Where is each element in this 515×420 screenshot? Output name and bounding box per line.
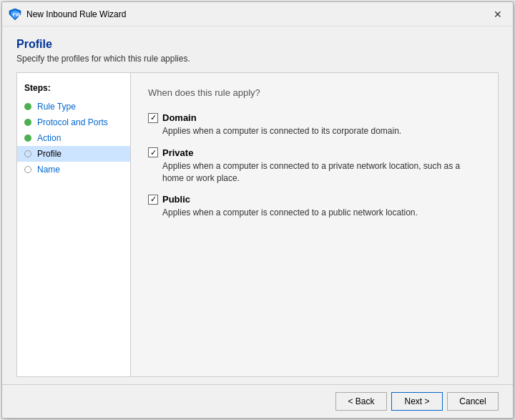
step-label-action: Action	[37, 133, 61, 143]
profile-option-private: PrivateApplies when a computer is connec…	[148, 147, 481, 185]
step-label-name: Name	[37, 165, 60, 175]
step-item-protocol-ports[interactable]: Protocol and Ports	[17, 114, 130, 130]
footer: < Back Next > Cancel	[2, 384, 513, 418]
checkbox-label-public: Public	[162, 194, 190, 205]
cancel-button[interactable]: Cancel	[447, 392, 499, 411]
step-dot-rule-type	[24, 103, 31, 110]
page-subtitle: Specify the profiles for which this rule…	[16, 54, 499, 64]
step-label-profile: Profile	[37, 149, 62, 159]
step-dot-profile	[24, 150, 31, 157]
main-body: Steps: Rule TypeProtocol and PortsAction…	[16, 72, 499, 377]
step-label-rule-type: Rule Type	[37, 102, 76, 112]
page-title: Profile	[16, 38, 499, 51]
checkbox-desc-public: Applies when a computer is connected to …	[148, 207, 481, 219]
checkbox-label-domain: Domain	[162, 112, 197, 123]
step-item-action[interactable]: Action	[17, 130, 130, 146]
checkbox-desc-domain: Applies when a computer is connected to …	[148, 125, 481, 137]
checkbox-private[interactable]	[148, 147, 158, 157]
title-bar: FW New Inbound Rule Wizard ✕	[2, 2, 513, 26]
profile-option-domain: DomainApplies when a computer is connect…	[148, 112, 481, 137]
svg-text:FW: FW	[13, 12, 21, 17]
content-area: Profile Specify the profiles for which t…	[2, 26, 513, 384]
steps-title: Steps:	[17, 80, 130, 99]
step-dot-action	[24, 135, 31, 142]
step-item-profile[interactable]: Profile	[17, 146, 130, 162]
right-panel: When does this rule apply? DomainApplies…	[131, 72, 499, 377]
checkbox-label-private: Private	[162, 147, 193, 158]
checkbox-desc-private: Applies when a computer is connected to …	[148, 160, 481, 185]
wizard-window: FW New Inbound Rule Wizard ✕ Profile Spe…	[1, 1, 514, 419]
profile-option-public: PublicApplies when a computer is connect…	[148, 194, 481, 219]
step-dot-protocol-ports	[24, 119, 31, 126]
step-dot-name	[24, 166, 31, 173]
steps-panel: Steps: Rule TypeProtocol and PortsAction…	[16, 72, 131, 377]
step-item-rule-type[interactable]: Rule Type	[17, 99, 130, 114]
close-button[interactable]: ✕	[489, 6, 507, 22]
checkbox-domain[interactable]	[148, 113, 158, 123]
app-icon: FW	[8, 7, 22, 21]
next-button[interactable]: Next >	[391, 392, 443, 411]
step-label-protocol-ports: Protocol and Ports	[37, 117, 108, 127]
checkbox-public[interactable]	[148, 195, 158, 205]
rule-question: When does this rule apply?	[148, 87, 481, 98]
back-button[interactable]: < Back	[335, 392, 387, 411]
step-item-name[interactable]: Name	[17, 162, 130, 177]
title-bar-text: New Inbound Rule Wizard	[26, 9, 489, 19]
